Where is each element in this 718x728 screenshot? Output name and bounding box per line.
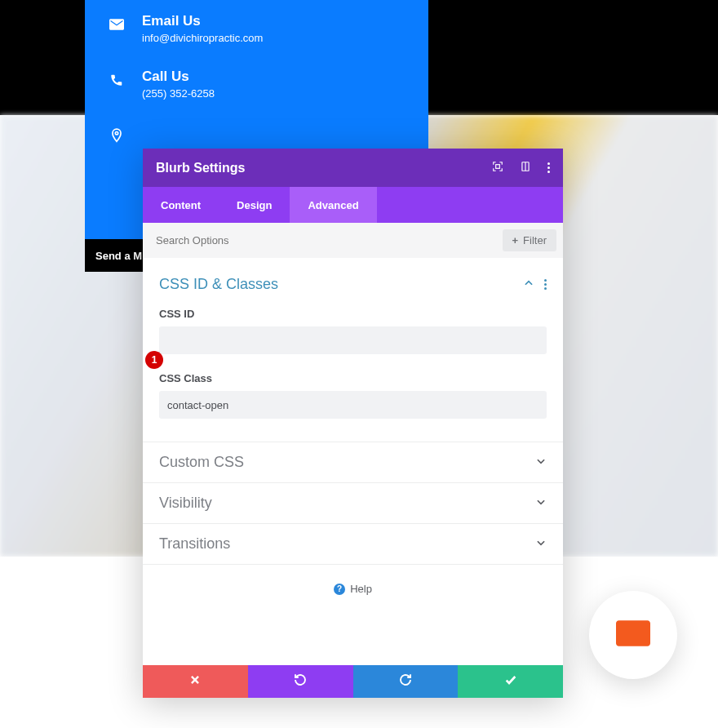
- help-icon: ?: [334, 584, 345, 595]
- chevron-down-icon: [535, 454, 547, 471]
- panel-title: Blurb Settings: [156, 161, 245, 175]
- filter-button[interactable]: + Filter: [503, 229, 556, 251]
- tablet-icon[interactable]: [520, 161, 531, 175]
- email-value: info@divichiropractic.com: [142, 32, 263, 44]
- section-title-css-id-classes: CSS ID & Classes: [159, 276, 278, 293]
- help-row[interactable]: ? Help: [143, 564, 563, 613]
- contact-phone-item[interactable]: Call Us (255) 352-6258: [109, 69, 428, 100]
- annotation-marker-1: 1: [145, 351, 163, 369]
- check-icon: [504, 673, 517, 690]
- section-css-id-classes: CSS ID & Classes CSS ID CSS Class: [143, 258, 563, 442]
- close-icon: [189, 674, 201, 689]
- css-class-label: CSS Class: [159, 372, 547, 384]
- section-head-css-id-classes[interactable]: CSS ID & Classes: [159, 269, 547, 300]
- marker-number: 1: [152, 354, 157, 366]
- undo-icon: [293, 673, 308, 690]
- panel-footer: [143, 665, 563, 698]
- section-title-visibility: Visibility: [159, 495, 212, 512]
- plus-icon: +: [512, 234, 519, 246]
- map-pin-icon: [109, 128, 124, 143]
- section-title-custom-css: Custom CSS: [159, 454, 244, 471]
- section-visibility[interactable]: Visibility: [143, 482, 563, 523]
- chevron-down-icon: [535, 495, 547, 512]
- cancel-button[interactable]: [143, 665, 248, 698]
- section-title-transitions: Transitions: [159, 535, 230, 553]
- tab-content[interactable]: Content: [143, 187, 219, 223]
- phone-value: (255) 352-6258: [142, 87, 215, 100]
- settings-panel: Blurb Settings Content Design Advanced +…: [143, 149, 563, 698]
- chevron-down-icon: [535, 535, 547, 553]
- kebab-icon[interactable]: [547, 162, 550, 173]
- svg-point-0: [115, 132, 117, 135]
- chevron-up-icon[interactable]: [523, 276, 534, 293]
- panel-content: CSS ID & Classes CSS ID CSS Class Custom…: [143, 258, 563, 665]
- phone-title: Call Us: [142, 69, 215, 85]
- envelope-icon: [109, 17, 124, 32]
- tabs: Content Design Advanced: [143, 187, 563, 223]
- save-button[interactable]: [458, 665, 563, 698]
- tab-advanced[interactable]: Advanced: [290, 187, 376, 223]
- css-class-input[interactable]: [159, 391, 547, 419]
- contact-email-item[interactable]: Email Us info@divichiropractic.com: [109, 13, 428, 44]
- expand-icon[interactable]: [492, 161, 503, 175]
- filter-label: Filter: [523, 234, 547, 246]
- help-label: Help: [350, 583, 372, 595]
- panel-header[interactable]: Blurb Settings: [143, 149, 563, 187]
- section-kebab-icon[interactable]: [544, 279, 547, 290]
- panel-header-icons: [492, 161, 550, 175]
- svg-rect-1: [496, 165, 500, 169]
- css-id-input[interactable]: [159, 326, 547, 354]
- phone-icon: [109, 73, 124, 87]
- redo-icon: [398, 673, 413, 690]
- contact-location-item[interactable]: [109, 124, 428, 143]
- redo-button[interactable]: [353, 665, 459, 698]
- envelope-icon: [616, 620, 650, 650]
- search-input[interactable]: [156, 234, 503, 246]
- search-row: + Filter: [143, 223, 563, 258]
- contact-fab-button[interactable]: [589, 591, 677, 679]
- send-message-label: Send a M: [95, 250, 142, 262]
- css-id-label: CSS ID: [159, 308, 547, 320]
- tab-design[interactable]: Design: [219, 187, 290, 223]
- section-custom-css[interactable]: Custom CSS: [143, 442, 563, 482]
- section-transitions[interactable]: Transitions: [143, 523, 563, 564]
- undo-button[interactable]: [248, 665, 353, 698]
- email-title: Email Us: [142, 13, 263, 29]
